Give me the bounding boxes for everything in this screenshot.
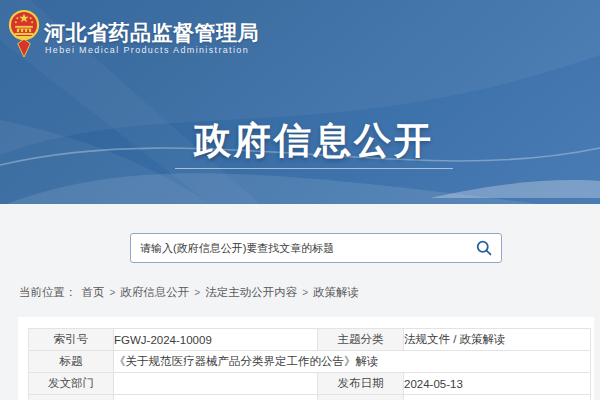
breadcrumb-prefix: 当前位置： [19, 285, 77, 300]
page-title: 政府信息公开 [194, 116, 434, 166]
breadcrumb-separator: > [194, 287, 200, 298]
breadcrumb-separator: > [302, 287, 308, 298]
topic-category-label: 主题分类 [318, 329, 404, 351]
title-underline [175, 168, 453, 169]
title-value: 《关于规范医疗器械产品分类界定工作的公告》解读 [114, 351, 591, 373]
table-row: 标题 《关于规范医疗器械产品分类界定工作的公告》解读 [29, 351, 591, 373]
search-icon [475, 239, 493, 257]
title-label: 标题 [29, 351, 114, 373]
topic-category-value: 法规文件 / 政策解读 [404, 329, 591, 351]
table-row: 索引号 FGWJ-2024-10009 主题分类 法规文件 / 政策解读 [29, 329, 591, 351]
search-input[interactable] [131, 235, 469, 261]
breadcrumb: 当前位置： 首页 > 政府信息公开 > 法定主动公开内容 > 政策解读 [19, 285, 359, 300]
table-row [29, 395, 591, 400]
publish-date-label: 发布日期 [318, 373, 404, 395]
agency-name-cn: 河北省药品监督管理局 [44, 19, 324, 47]
article-info-card: 索引号 FGWJ-2024-10009 主题分类 法规文件 / 政策解读 标题 … [18, 317, 594, 400]
agency-name-en: Hebei Medical Products Administration [45, 45, 325, 55]
publish-date-value: 2024-05-13 [404, 373, 591, 395]
breadcrumb-home[interactable]: 首页 [82, 285, 105, 300]
breadcrumb-separator: > [110, 287, 116, 298]
search-bar [130, 233, 502, 263]
index-number-label: 索引号 [29, 329, 114, 351]
index-number-value: FGWJ-2024-10009 [114, 329, 318, 351]
issuing-department-value [114, 373, 318, 395]
header-banner: 河北省药品监督管理局 Hebei Medical Products Admini… [0, 0, 600, 204]
table-row: 发文部门 发布日期 2024-05-13 [29, 373, 591, 395]
document-meta-table: 索引号 FGWJ-2024-10009 主题分类 法规文件 / 政策解读 标题 … [28, 328, 591, 400]
agency-logo[interactable]: 河北省药品监督管理局 Hebei Medical Products Admini… [8, 6, 328, 64]
breadcrumb-current-policy-interpretation: 政策解读 [313, 285, 359, 300]
china-national-emblem-icon [8, 7, 40, 59]
breadcrumb-gov-info[interactable]: 政府信息公开 [120, 285, 189, 300]
search-button[interactable] [469, 234, 499, 262]
gov-info-disclosure-page: { "header": { "agency_cn": "河北省药品监督管理局",… [0, 0, 600, 400]
breadcrumb-statutory-disclosure[interactable]: 法定主动公开内容 [205, 285, 297, 300]
issuing-department-label: 发文部门 [29, 373, 114, 395]
